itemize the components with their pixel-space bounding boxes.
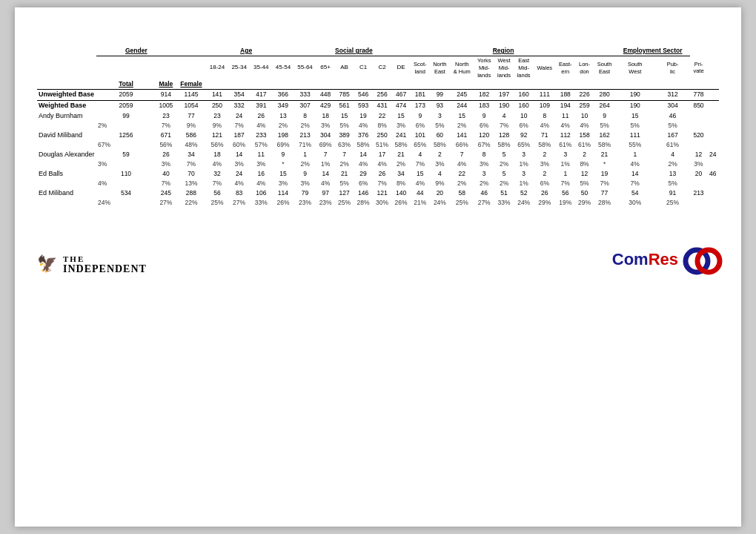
cell-value: 850 bbox=[690, 101, 706, 111]
cell-value: 29 bbox=[354, 169, 372, 179]
cell-pct: 48% bbox=[176, 140, 206, 150]
cell-value: 9 bbox=[294, 169, 316, 179]
cell-value: 140 bbox=[391, 188, 410, 198]
cell-value: 71 bbox=[534, 131, 556, 140]
cell-value: 22 bbox=[450, 169, 474, 179]
th-southeast: SouthEast bbox=[594, 56, 615, 80]
cell-value: 44 bbox=[411, 188, 430, 198]
cell-pct: 3% bbox=[534, 159, 556, 169]
cell-value: 8 bbox=[534, 111, 556, 121]
cell-pct: 25% bbox=[450, 198, 474, 208]
th-wales: Wales bbox=[534, 56, 556, 80]
row-label: Andy Burnham bbox=[37, 111, 96, 131]
cell-value: 160 bbox=[514, 101, 534, 111]
cell-pct: 3% bbox=[690, 159, 706, 169]
cell-value: 14 bbox=[354, 150, 372, 159]
cell-value: 3 bbox=[514, 150, 534, 159]
cell-pct: 61% bbox=[575, 140, 594, 150]
th-eastmid: EastMid-lands bbox=[514, 56, 534, 80]
cell-value: 22 bbox=[373, 111, 391, 121]
cell-value: 194 bbox=[556, 101, 575, 111]
cell-pct: 26% bbox=[272, 198, 294, 208]
cell-value: 307 bbox=[294, 101, 316, 111]
cell-value: 467 bbox=[391, 90, 410, 101]
cell-value: 10 bbox=[514, 111, 534, 121]
cell-value: 46 bbox=[707, 169, 719, 179]
cell-pct: 26% bbox=[391, 198, 410, 208]
comres-text: ComRes bbox=[612, 250, 678, 269]
cell-value: 93 bbox=[430, 101, 450, 111]
cell-value: 3 bbox=[474, 169, 494, 179]
cell-value: 7 bbox=[450, 150, 474, 159]
cell-pct: 33% bbox=[250, 198, 272, 208]
cell-value: 389 bbox=[335, 131, 354, 140]
cell-value: 188 bbox=[556, 90, 575, 101]
cell-value: 21 bbox=[594, 150, 615, 159]
cell-value: 51 bbox=[494, 188, 514, 198]
cell-pct: 3% bbox=[228, 159, 251, 169]
cell-value: 15 bbox=[615, 111, 655, 121]
cell-pct: * bbox=[594, 159, 615, 169]
cell-value: 182 bbox=[474, 90, 494, 101]
cell-pct: 56% bbox=[206, 140, 228, 150]
cell-pct: 4% bbox=[615, 159, 655, 169]
cell-pct: 60% bbox=[228, 140, 251, 150]
cell-value: 1005 bbox=[156, 101, 176, 111]
cell-value: 52 bbox=[514, 188, 534, 198]
th-male-u: Male bbox=[156, 79, 176, 90]
cell-value: 24 bbox=[228, 111, 251, 121]
cell-value: 2 bbox=[575, 150, 594, 159]
cell-pct: 7% bbox=[373, 179, 391, 188]
cell-value: 162 bbox=[594, 131, 615, 140]
cell-value: 233 bbox=[250, 131, 272, 140]
th-3544: 35-44 bbox=[250, 56, 272, 80]
cell-value: 4 bbox=[655, 150, 691, 159]
cell-pct: 2% bbox=[494, 179, 514, 188]
cell-value: 304 bbox=[655, 101, 691, 111]
cell-value: 121 bbox=[206, 131, 228, 140]
cell-value: 241 bbox=[391, 131, 410, 140]
cell-value: 50 bbox=[575, 188, 594, 198]
cell-value: 59 bbox=[96, 150, 156, 159]
cell-value: 15 bbox=[335, 111, 354, 121]
cell-pct: 28% bbox=[594, 198, 615, 208]
cell-value: 91 bbox=[655, 188, 691, 198]
cell-pct: 7% bbox=[206, 179, 228, 188]
cell-value: 60 bbox=[430, 131, 450, 140]
cell-value: 21 bbox=[335, 169, 354, 179]
cell-value: 46 bbox=[655, 111, 691, 121]
cell-pct: 7% bbox=[156, 179, 176, 188]
cell-value: 18 bbox=[206, 150, 228, 159]
cell-pct: 6% bbox=[354, 179, 372, 188]
cell-value: 448 bbox=[316, 90, 334, 101]
cell-value: 190 bbox=[494, 101, 514, 111]
cell-value: 11 bbox=[556, 111, 575, 121]
cell-pct: 4% bbox=[556, 121, 575, 131]
cell-value: 112 bbox=[556, 131, 575, 140]
cell-value: 58 bbox=[450, 188, 474, 198]
cell-value: 312 bbox=[655, 90, 691, 101]
cell-value: 3 bbox=[430, 111, 450, 121]
cell-value: 226 bbox=[575, 90, 594, 101]
cell-value: 101 bbox=[411, 131, 430, 140]
cell-pct: 5% bbox=[335, 179, 354, 188]
cell-pct: 24% bbox=[430, 198, 450, 208]
cell-pct: 51% bbox=[373, 140, 391, 150]
cell-pct: 2% bbox=[391, 159, 410, 169]
cell-pct: 3% bbox=[474, 159, 494, 169]
th-total-lbl bbox=[96, 56, 156, 80]
social-header: Social grade bbox=[316, 46, 391, 56]
cell-value: 19 bbox=[354, 111, 372, 121]
cell-value: 32 bbox=[206, 169, 228, 179]
cell-pct: 2% bbox=[294, 159, 316, 169]
cell-pct: 27% bbox=[474, 198, 494, 208]
th-total: Total bbox=[96, 79, 156, 90]
cell-value: 785 bbox=[335, 90, 354, 101]
cell-pct: 2% bbox=[474, 179, 494, 188]
cell-pct: 58% bbox=[391, 140, 410, 150]
cell-value: 15 bbox=[272, 169, 294, 179]
th-northeast: NorthEast bbox=[430, 56, 450, 80]
cell-pct: 67% bbox=[474, 140, 494, 150]
cell-value: 111 bbox=[615, 131, 655, 140]
cell-value: 1145 bbox=[176, 90, 206, 101]
